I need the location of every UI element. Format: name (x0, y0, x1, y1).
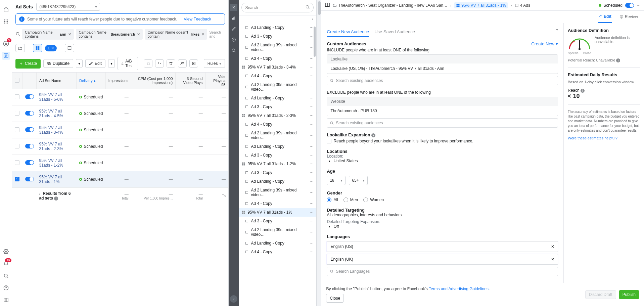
tree-adset-item[interactable]: 95% VV 7 all 31ads - 2-3%⋯ (239, 111, 316, 120)
gender-women-radio[interactable]: Women (363, 198, 384, 202)
close-icon[interactable]: ✕ (201, 32, 204, 37)
subtab-create-audience[interactable]: Create New Audience (327, 27, 369, 37)
account-icon[interactable]: 3 (2, 40, 10, 48)
col-3sec[interactable]: 3-Second Video Plays (176, 73, 205, 89)
more-icon[interactable]: ⋯ (310, 122, 314, 127)
row-toggle[interactable] (25, 177, 34, 181)
col-vp[interactable]: Vide Plays a 95 (205, 73, 228, 89)
adset-name-link[interactable]: 95% VV 7 all 31ads - 1-2% (39, 158, 63, 168)
search-icon[interactable] (15, 32, 20, 37)
col-cpm[interactable]: CPM (Cost per 1,000 Impressions) (131, 73, 176, 89)
zoom-icon[interactable] (230, 47, 237, 54)
tree-ad-item[interactable]: Ad 4 - Copy⋯ (239, 54, 316, 63)
row-toggle[interactable] (25, 111, 34, 116)
more-icon[interactable]: ⋯ (310, 179, 314, 184)
language-chip-2[interactable]: English (UK)✕ (327, 254, 558, 265)
more-icon[interactable]: ⋯ (310, 144, 314, 149)
more-icon[interactable]: ⋯ (310, 25, 314, 30)
crumb-ads[interactable]: 4 Ads (515, 3, 530, 8)
collapse-icon[interactable] (2, 296, 10, 304)
panel-scrollbar[interactable] (317, 0, 321, 306)
ads-manager-icon[interactable] (2, 52, 10, 60)
more-icon[interactable]: ⋯ (310, 201, 314, 206)
tab-review[interactable]: Review (619, 11, 639, 23)
tree-ad-item[interactable]: Ad 2 Landing 39s - mixed video…⋯ (239, 41, 316, 54)
row-toggle[interactable] (25, 127, 34, 132)
search-exclude-audiences[interactable]: Search existing audiences (327, 118, 558, 128)
info-icon[interactable]: i (616, 58, 620, 62)
website-value[interactable]: TheAutomerch - PUR 180 (327, 106, 558, 116)
info-icon[interactable]: i (581, 89, 585, 93)
table-row[interactable]: 95% VV 7 all 31ads - 1% Scheduled ———— (12, 171, 228, 188)
tree-ad-item[interactable]: Ad 4 - Copy⋯ (239, 199, 316, 208)
subtab-saved-audience[interactable]: Use Saved Audience (374, 27, 415, 37)
more-icon[interactable]: ⋯ (310, 45, 314, 50)
tree-ad-item[interactable]: Ad 2 Landing 39s - mixed video…⋯ (239, 225, 316, 239)
tree-ad-item[interactable]: Ad Landing - Copy⋯ (239, 23, 316, 32)
filter-pill-2[interactable]: Campaign Name contains theautomerch✕ (76, 29, 143, 40)
info-icon[interactable]: i (371, 133, 375, 137)
expand-icon[interactable]: › (39, 191, 41, 196)
create-button[interactable]: ＋Create (15, 59, 41, 69)
chart-icon[interactable] (230, 14, 237, 22)
row-checkbox[interactable] (15, 160, 19, 165)
terms-link[interactable]: Terms and Advertising Guidelines (429, 287, 489, 291)
tab-edit[interactable]: Edit (598, 11, 612, 23)
tree-ad-item[interactable]: Ad Landing - Copy⋯ (239, 142, 316, 151)
export-button[interactable] (189, 59, 198, 68)
row-toggle[interactable] (25, 160, 34, 165)
age-min-select[interactable]: 18▾ (327, 176, 346, 185)
gender-men-radio[interactable]: Men (343, 198, 358, 202)
col-delivery[interactable]: Delivery ▴ (77, 73, 106, 89)
more-icon[interactable]: ⋯ (310, 65, 314, 70)
info-icon[interactable]: i (54, 196, 58, 201)
col-impressions[interactable]: Impressions (105, 73, 131, 89)
more-icon[interactable]: ⋯ (310, 230, 314, 234)
search-include-audiences[interactable]: Search existing audiences (327, 76, 558, 85)
more-icon[interactable]: ⋯ (310, 74, 314, 78)
pencil-icon[interactable] (230, 25, 237, 33)
tree-ad-item[interactable]: Ad 2 Landing 39s - mixed video…⋯ (239, 129, 316, 142)
close-button[interactable]: Close (326, 294, 344, 303)
account-dropdown[interactable]: (485187432295423)▾ (36, 3, 100, 11)
age-max-select[interactable]: 65+▾ (349, 176, 368, 185)
close-icon[interactable]: ✕ (551, 244, 554, 249)
ab-test-button[interactable]: A/B Test (118, 57, 138, 70)
more-icon[interactable]: ⋯ (310, 190, 314, 195)
more-icon[interactable]: ⋯ (310, 170, 314, 175)
filter-pill-1[interactable]: Campaign Name contains ann✕ (22, 29, 74, 40)
tree-ad-item[interactable]: Ad 4 - Copy⋯ (239, 248, 316, 256)
close-icon[interactable]: ✕ (68, 32, 71, 37)
undo-button[interactable] (155, 59, 164, 68)
collapse-drawer-icon[interactable]: ‹ (230, 295, 237, 303)
table-row[interactable]: 95% VV 7 all 31ads - 5-6% Scheduled ———— (12, 89, 228, 105)
settings-icon[interactable] (2, 248, 10, 256)
tree-ad-item[interactable]: Ad 3 - Copy⋯ (239, 217, 316, 225)
tree-ad-item[interactable]: Ad Landing - Copy⋯ (239, 177, 316, 186)
editor-form[interactable]: Create New Audience Use Saved Audience ▾… (321, 23, 563, 283)
rules-button[interactable]: Rules▾ (204, 59, 225, 68)
adset-name-link[interactable]: 95% VV 7 all 31ads - 4-5% (39, 109, 63, 118)
close-icon[interactable]: ✕ (137, 32, 140, 37)
more-icon[interactable]: ⋯ (310, 104, 314, 109)
view-feedback-link[interactable]: View Feedback (184, 17, 211, 21)
row-checkbox[interactable] (15, 111, 19, 116)
tree-ad-item[interactable]: Ad 3 - Copy⋯ (239, 102, 316, 111)
more-icon[interactable]: ⋯ (310, 34, 314, 39)
tree-ad-item[interactable]: Ad 2 Landing 39s - mixed video…⋯ (239, 186, 316, 199)
tree-adset-item[interactable]: 95% VV 7 all 31ads - 1%⋯ (239, 208, 316, 217)
duplicate-more[interactable]: ▾ (76, 59, 83, 68)
row-toggle[interactable] (25, 94, 34, 99)
tree-adset-item[interactable]: 95% VV 7 all 31ads - 3-4%⋯ (239, 63, 316, 72)
tree-ad-item[interactable]: Ad 4 - Copy⋯ (239, 120, 316, 129)
more-icon[interactable]: ⋯ (310, 96, 314, 100)
adset-name-link[interactable]: 95% VV 7 all 31ads - 5-6% (39, 92, 63, 102)
history-icon[interactable] (230, 36, 237, 43)
table-row[interactable]: 95% VV 7 all 31ads - 2-3% Scheduled ———— (12, 138, 228, 155)
home-icon[interactable] (2, 5, 10, 13)
folder-icon[interactable] (15, 44, 25, 52)
gender-all-radio[interactable]: All (327, 198, 338, 202)
grid-view-icon[interactable] (33, 44, 42, 52)
close-icon[interactable]: ✕ (551, 257, 554, 262)
more-icon[interactable]: ⋯ (310, 133, 314, 138)
